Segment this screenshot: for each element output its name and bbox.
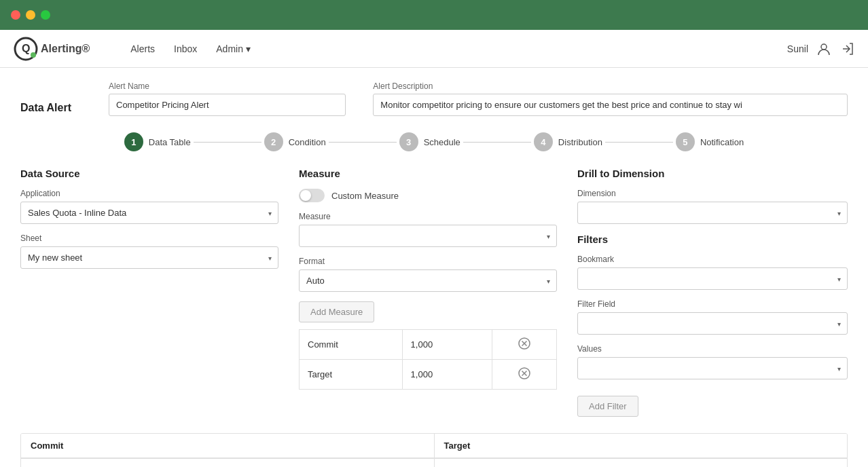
add-measure-button[interactable]: Add Measure bbox=[299, 301, 374, 322]
drill-title: Drill to Dimension bbox=[577, 168, 848, 179]
bookmark-select[interactable] bbox=[577, 267, 848, 290]
user-icon bbox=[816, 41, 831, 56]
remove-target-button[interactable] bbox=[518, 367, 531, 380]
measure-select[interactable] bbox=[299, 225, 557, 247]
dimension-select[interactable] bbox=[577, 202, 848, 224]
chevron-down-icon: ▾ bbox=[246, 43, 251, 54]
step-label-1: Data Table bbox=[149, 137, 191, 147]
table-header-row: Commit Target bbox=[21, 434, 847, 458]
application-select-wrap: Sales Quota - Inline Data ▾ bbox=[20, 202, 278, 224]
step-line-1 bbox=[194, 142, 261, 143]
brand-name: Alerting® bbox=[41, 43, 90, 55]
bookmark-label: Bookmark bbox=[577, 255, 848, 264]
filter-field-select[interactable] bbox=[577, 312, 848, 335]
qlik-logo-icon: Q bbox=[14, 37, 38, 61]
data-alert-label: Data Alert bbox=[20, 81, 82, 114]
step-circle-4: 4 bbox=[534, 132, 553, 151]
step-label-2: Condition bbox=[289, 137, 326, 147]
step-circle-5: 5 bbox=[676, 132, 695, 151]
measure-row-commit: Commit 1,000 bbox=[300, 330, 557, 360]
drill-column: Drill to Dimension Dimension ▾ Filters B… bbox=[577, 168, 848, 417]
measure-row-target: Target 1,000 bbox=[300, 360, 557, 390]
circle-x-icon bbox=[518, 367, 531, 380]
nav-alerts[interactable]: Alerts bbox=[130, 43, 155, 54]
step-5[interactable]: 5 Notification bbox=[676, 132, 744, 151]
nav-inbox[interactable]: Inbox bbox=[174, 43, 197, 54]
logo-area: Q Alerting® bbox=[14, 37, 110, 61]
sheet-select[interactable]: My new sheet bbox=[20, 246, 278, 269]
top-nav: Q Alerting® Alerts Inbox Admin ▾ Sunil bbox=[0, 30, 868, 68]
measure-remove-commit bbox=[492, 330, 557, 360]
measure-value-commit: 1,000 bbox=[402, 330, 492, 360]
measure-value-target: 1,000 bbox=[402, 360, 492, 390]
step-circle-2: 2 bbox=[264, 132, 283, 151]
application-label: Application bbox=[20, 189, 278, 198]
add-filter-button[interactable]: Add Filter bbox=[577, 396, 638, 417]
alert-desc-input[interactable] bbox=[373, 94, 848, 116]
measure-select-wrap: ▾ bbox=[299, 225, 557, 247]
col-header-target: Target bbox=[434, 434, 847, 458]
main-content: Data Alert Alert Name Alert Description … bbox=[0, 68, 868, 467]
nav-admin[interactable]: Admin ▾ bbox=[216, 43, 251, 54]
custom-measure-label: Custom Measure bbox=[331, 191, 399, 201]
application-select[interactable]: Sales Quota - Inline Data bbox=[20, 202, 278, 224]
step-circle-3: 3 bbox=[399, 132, 418, 151]
close-button[interactable] bbox=[11, 10, 20, 20]
stepper: 1 Data Table 2 Condition 3 Schedule 4 Di… bbox=[20, 132, 848, 151]
step-line-3 bbox=[463, 142, 531, 143]
step-3[interactable]: 3 Schedule bbox=[399, 132, 460, 151]
alert-name-input[interactable] bbox=[109, 94, 346, 116]
nav-right: Sunil bbox=[787, 41, 854, 56]
step-line-2 bbox=[329, 142, 397, 143]
svg-point-2 bbox=[31, 52, 36, 58]
step-line-4 bbox=[605, 142, 673, 143]
step-4[interactable]: 4 Distribution bbox=[534, 132, 602, 151]
measure-field-label: Measure bbox=[299, 212, 557, 221]
measure-name-commit: Commit bbox=[300, 330, 403, 360]
dimension-label: Dimension bbox=[577, 189, 848, 198]
values-select[interactable] bbox=[577, 357, 848, 379]
step-label-4: Distribution bbox=[558, 137, 602, 147]
bottom-table: Commit Target 25877764 29264380 bbox=[21, 434, 847, 467]
measure-title: Measure bbox=[299, 168, 557, 179]
step-1[interactable]: 1 Data Table bbox=[124, 132, 191, 151]
bookmark-select-wrap: ▾ bbox=[577, 267, 848, 290]
toggle-knob bbox=[300, 190, 311, 201]
filter-field-select-wrap: ▾ bbox=[577, 312, 848, 335]
col-header-commit: Commit bbox=[21, 434, 434, 458]
measures-table: Commit 1,000 bbox=[299, 329, 557, 390]
circle-x-icon bbox=[518, 337, 531, 350]
svg-point-3 bbox=[821, 44, 827, 50]
format-label: Format bbox=[299, 257, 557, 266]
custom-measure-toggle[interactable] bbox=[299, 189, 325, 202]
dimension-select-wrap: ▾ bbox=[577, 202, 848, 224]
alert-desc-label: Alert Description bbox=[373, 81, 848, 91]
table-row: 25877764 29264380 bbox=[21, 458, 847, 467]
filter-field-label: Filter Field bbox=[577, 299, 848, 309]
filters-title: Filters bbox=[577, 234, 848, 245]
measure-column: Measure Custom Measure Measure ▾ Format … bbox=[299, 168, 557, 417]
step-label-5: Notification bbox=[700, 137, 744, 147]
step-circle-1: 1 bbox=[124, 132, 143, 151]
sheet-label: Sheet bbox=[20, 234, 278, 243]
minimize-button[interactable] bbox=[26, 10, 35, 20]
qlik-logo: Q bbox=[14, 37, 38, 61]
sheet-select-wrap: My new sheet ▾ bbox=[20, 246, 278, 269]
datasource-title: Data Source bbox=[20, 168, 278, 179]
svg-text:Q: Q bbox=[22, 43, 30, 54]
format-select[interactable]: Auto bbox=[299, 269, 557, 292]
cell-commit: 25877764 bbox=[21, 458, 434, 467]
format-select-wrap: Auto ▾ bbox=[299, 269, 557, 292]
alert-name-group: Alert Name bbox=[109, 81, 346, 116]
remove-commit-button[interactable] bbox=[518, 337, 531, 350]
step-label-3: Schedule bbox=[424, 137, 460, 147]
alert-desc-group: Alert Description bbox=[373, 81, 848, 116]
bottom-table-wrap: Commit Target 25877764 29264380 bbox=[20, 433, 848, 467]
cell-target: 29264380 bbox=[434, 458, 847, 467]
logout-icon[interactable] bbox=[839, 41, 854, 56]
user-name: Sunil bbox=[787, 43, 808, 54]
measure-name-target: Target bbox=[300, 360, 403, 390]
maximize-button[interactable] bbox=[41, 10, 50, 20]
step-2[interactable]: 2 Condition bbox=[264, 132, 326, 151]
measure-remove-target bbox=[492, 360, 557, 390]
